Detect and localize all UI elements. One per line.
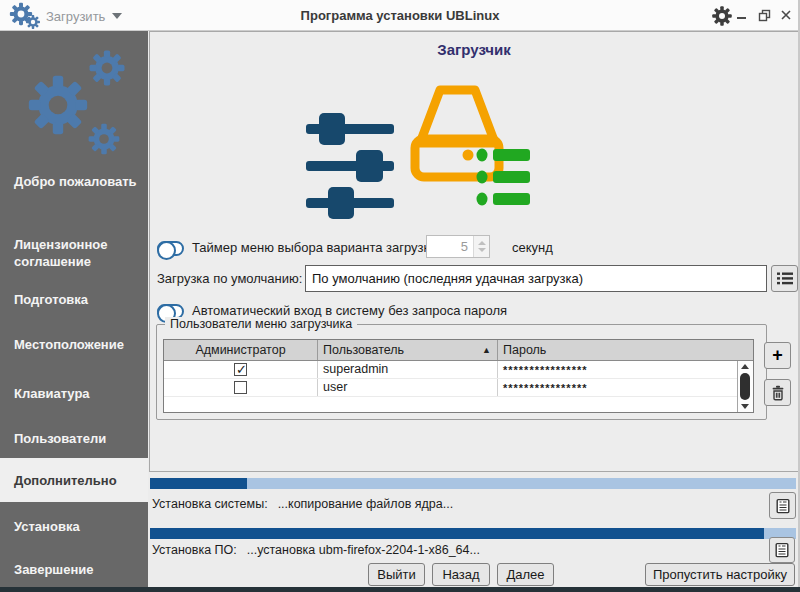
column-user[interactable]: Пользователь ▲: [318, 340, 498, 360]
scroll-up-icon[interactable]: [741, 364, 749, 369]
trash-icon: [771, 385, 785, 401]
timer-spinbox[interactable]: 5: [426, 235, 490, 258]
delete-user-button[interactable]: [764, 379, 791, 406]
software-status-text: ...установка ubm-firefox-2204-1-x86_64..…: [247, 543, 480, 557]
scrollbar-thumb[interactable]: [740, 373, 750, 400]
spin-up-icon[interactable]: [478, 241, 486, 245]
chevron-down-icon: [112, 13, 122, 19]
bottom-strip: [0, 587, 800, 592]
sidebar-item-preparation[interactable]: Подготовка: [0, 291, 148, 308]
user-cell[interactable]: user: [318, 379, 498, 396]
maximize-button[interactable]: [756, 6, 772, 24]
software-status-label: Установка ПО:: [152, 543, 237, 557]
default-boot-input[interactable]: [305, 265, 767, 292]
software-progress-fill: [150, 528, 764, 539]
sidebar-item-license[interactable]: Лицензионное соглашение: [0, 236, 148, 270]
list-icon: [777, 271, 793, 286]
users-groupbox-legend: Пользователи меню загрузчика: [165, 317, 357, 331]
sidebar: Добро пожаловать Лицензионное соглашение…: [0, 31, 148, 587]
software-status-line: Установка ПО:...установка ubm-firefox-22…: [152, 543, 480, 557]
table-header: Администратор Пользователь ▲ Пароль: [164, 340, 753, 361]
sidebar-item-users[interactable]: Пользователи: [0, 430, 148, 447]
next-button[interactable]: Далее: [497, 563, 554, 586]
timer-toggle[interactable]: [157, 241, 184, 256]
sort-asc-icon: ▲: [482, 340, 491, 360]
log-icon: [774, 542, 790, 558]
system-status-text: ...копирование файлов ядра...: [278, 497, 454, 511]
scroll-down-icon[interactable]: [741, 404, 749, 409]
gears-artwork-icon: [0, 35, 148, 167]
default-boot-label: Загрузка по умолчанию:: [157, 268, 302, 290]
add-user-button[interactable]: +: [764, 342, 791, 369]
table-row[interactable]: ✓ superadmin ****************: [164, 361, 753, 379]
sidebar-item-location[interactable]: Местоположение: [0, 336, 148, 353]
column-admin[interactable]: Администратор: [164, 340, 318, 360]
password-cell[interactable]: ****************: [498, 361, 753, 378]
timer-value: 5: [427, 236, 473, 257]
column-password[interactable]: Пароль: [498, 340, 753, 360]
spin-down-icon[interactable]: [478, 248, 486, 252]
table-row[interactable]: user ****************: [164, 379, 753, 397]
app-logo-gears-icon: [8, 2, 42, 29]
system-log-button[interactable]: [769, 492, 796, 519]
table-scrollbar[interactable]: [737, 361, 753, 412]
minimize-button[interactable]: [734, 6, 750, 24]
timer-unit-label: секунд: [512, 237, 553, 259]
load-menu-label: Загрузить: [46, 9, 105, 24]
boot-list-button[interactable]: [771, 265, 798, 292]
timer-label: Таймер меню выбора варианта загрузки:: [192, 237, 440, 259]
bootloader-illustration: [301, 81, 536, 223]
drive-icon: [415, 90, 499, 177]
close-button[interactable]: [778, 6, 794, 24]
system-status-line: Установка системы:...копирование файлов …: [152, 497, 453, 511]
main-panel: Загрузчик Таймер меню выбора варианта за…: [149, 31, 799, 472]
sidebar-item-installation[interactable]: Установка: [0, 518, 148, 535]
software-log-button[interactable]: [769, 537, 795, 563]
system-progressbar: [150, 478, 796, 489]
spinner-arrows[interactable]: [473, 236, 489, 257]
system-status-label: Установка системы:: [152, 497, 268, 511]
sidebar-item-additional[interactable]: Дополнительно: [0, 458, 148, 502]
sliders-icon: [306, 113, 394, 219]
sidebar-item-finish[interactable]: Завершение: [0, 561, 148, 578]
system-progress-fill: [150, 478, 247, 489]
exit-button[interactable]: Выйти: [368, 563, 425, 586]
load-menu-button[interactable]: Загрузить: [46, 6, 122, 26]
sidebar-item-welcome[interactable]: Добро пожаловать: [0, 173, 148, 190]
admin-checkbox[interactable]: ✓: [234, 363, 247, 376]
page-title: Загрузчик: [150, 41, 798, 58]
software-progressbar: [150, 528, 796, 539]
password-cell[interactable]: ****************: [498, 379, 753, 396]
users-table: Администратор Пользователь ▲ Пароль ✓ su…: [163, 339, 754, 413]
boot-list-icon: [477, 149, 531, 206]
title-bar: Загрузить Программа установки UBLinux: [0, 0, 800, 31]
admin-checkbox[interactable]: [234, 381, 247, 394]
settings-gear-icon[interactable]: [712, 6, 732, 26]
skip-setup-button[interactable]: Пропустить настройку: [645, 563, 795, 586]
back-button[interactable]: Назад: [432, 563, 490, 586]
log-icon: [775, 498, 791, 514]
user-cell[interactable]: superadmin: [318, 361, 498, 378]
sidebar-item-keyboard[interactable]: Клавиатура: [0, 385, 148, 402]
